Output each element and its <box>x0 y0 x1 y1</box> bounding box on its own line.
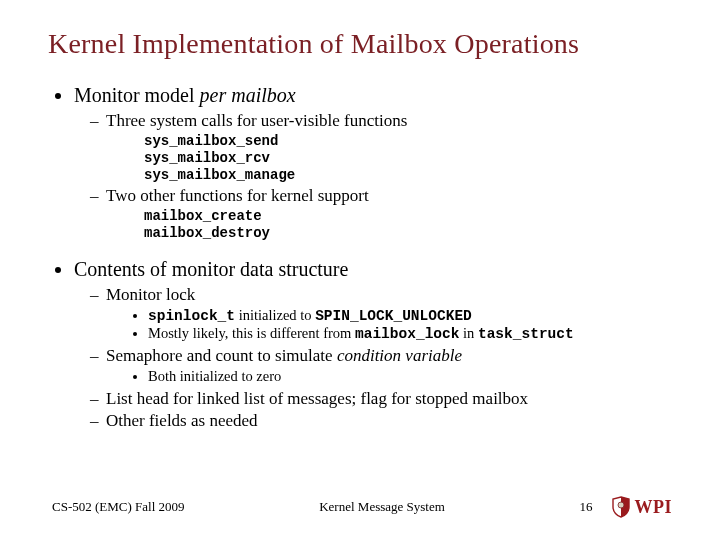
code-item: sys_mailbox_manage <box>144 167 672 184</box>
bullet-1-sub: Three system calls for user-visible func… <box>74 111 672 242</box>
mono-text: spinlock_t <box>148 308 235 324</box>
slide-title: Kernel Implementation of Mailbox Operati… <box>48 28 672 60</box>
plain-text: in <box>459 325 478 341</box>
plain-text: initialized to <box>235 307 315 323</box>
bullet-2: Contents of monitor data structure Monit… <box>74 258 672 431</box>
shield-icon <box>611 496 631 518</box>
detail-item: Mostly likely, this is different from ma… <box>148 325 672 342</box>
footer-center: Kernel Message System <box>185 499 580 515</box>
bullet-2-sub-3: List head for linked list of messages; f… <box>90 389 672 409</box>
bullet-2-sub-1-detail: spinlock_t initialized to SPIN_LOCK_UNLO… <box>106 307 672 342</box>
plain-text: Mostly likely, this is different from <box>148 325 355 341</box>
bullet-1: Monitor model per mailbox Three system c… <box>74 84 672 242</box>
bullet-1-sub-1-text: Three system calls for user-visible func… <box>106 111 407 130</box>
code-list-1: sys_mailbox_send sys_mailbox_rcv sys_mai… <box>106 133 672 184</box>
bullet-list: Monitor model per mailbox Three system c… <box>48 84 672 431</box>
footer: CS-502 (EMC) Fall 2009 Kernel Message Sy… <box>0 496 720 518</box>
bullet-2-text: Contents of monitor data structure <box>74 258 348 280</box>
slide: Kernel Implementation of Mailbox Operati… <box>0 0 720 540</box>
bullet-1-sub-1: Three system calls for user-visible func… <box>90 111 672 184</box>
bullet-1-sub-2-text: Two other functions for kernel support <box>106 186 369 205</box>
bullet-2-sub-2-ital: condition variable <box>337 346 462 365</box>
svg-point-0 <box>618 502 624 508</box>
code-item: mailbox_destroy <box>144 225 672 242</box>
footer-page-number: 16 <box>580 499 593 515</box>
bullet-2-sub-2: Semaphore and count to simulate conditio… <box>90 346 672 385</box>
mono-text: task_struct <box>478 326 574 342</box>
bullet-2-sub-1-text: Monitor lock <box>106 285 195 304</box>
detail-item: spinlock_t initialized to SPIN_LOCK_UNLO… <box>148 307 672 324</box>
code-item: sys_mailbox_send <box>144 133 672 150</box>
bullet-2-sub-4: Other fields as needed <box>90 411 672 431</box>
bullet-2-sub-4-text: Other fields as needed <box>106 411 258 430</box>
logo-text: WPI <box>635 497 673 518</box>
code-item: mailbox_create <box>144 208 672 225</box>
bullet-1-ital: per mailbox <box>200 84 296 106</box>
detail-item: Both initialized to zero <box>148 368 672 385</box>
bullet-2-sub-3-text: List head for linked list of messages; f… <box>106 389 528 408</box>
bullet-2-sub-2-text: Semaphore and count to simulate <box>106 346 337 365</box>
mono-text: SPIN_LOCK_UNLOCKED <box>315 308 472 324</box>
wpi-logo: WPI <box>611 496 673 518</box>
bullet-2-sub-1: Monitor lock spinlock_t initialized to S… <box>90 285 672 342</box>
footer-left: CS-502 (EMC) Fall 2009 <box>52 499 185 515</box>
bullet-1-sub-2: Two other functions for kernel support m… <box>90 186 672 242</box>
code-item: sys_mailbox_rcv <box>144 150 672 167</box>
bullet-2-sub-2-detail: Both initialized to zero <box>106 368 672 385</box>
code-list-2: mailbox_create mailbox_destroy <box>106 208 672 242</box>
bullet-1-text: Monitor model <box>74 84 200 106</box>
mono-text: mailbox_lock <box>355 326 459 342</box>
bullet-2-sub: Monitor lock spinlock_t initialized to S… <box>74 285 672 431</box>
